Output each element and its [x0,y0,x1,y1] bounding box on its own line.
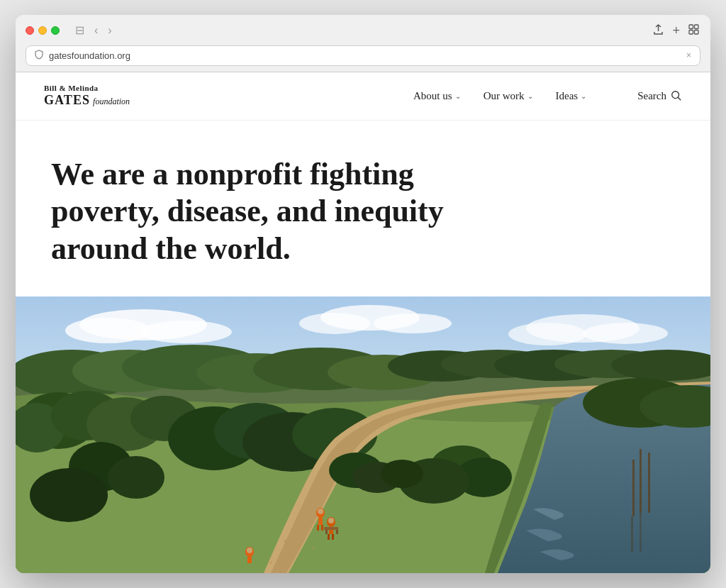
search-button[interactable]: Search [637,90,682,102]
website-content: Bill & Melinda Gates foundation About us… [16,72,710,573]
address-bar-row: gatesfoundation.org × [26,45,700,72]
ideas-chevron-icon: ⌄ [581,92,586,100]
svg-rect-1 [695,25,699,29]
svg-point-54 [328,518,334,523]
svg-rect-55 [324,527,338,530]
svg-point-44 [381,460,423,488]
maximize-button[interactable] [51,26,60,35]
svg-rect-69 [640,513,642,552]
svg-rect-47 [317,525,319,531]
svg-rect-65 [632,460,635,516]
back-button[interactable]: ‹ [91,23,101,38]
nav-links: About us ⌄ Our work ⌄ Ideas ⌄ [405,84,595,108]
svg-point-4 [672,91,679,99]
minimize-button[interactable] [38,26,47,35]
svg-line-5 [678,98,681,101]
nav-ourwork-label: Our work [484,90,525,102]
svg-point-64 [270,562,272,564]
close-button[interactable] [26,26,34,35]
svg-point-12 [374,314,452,333]
window-controls-right: + [652,22,700,40]
about-chevron-icon: ⌄ [455,92,461,100]
svg-rect-0 [689,25,693,29]
svg-rect-3 [695,30,699,35]
svg-point-71 [108,456,164,499]
nav-item-about[interactable]: About us ⌄ [405,84,469,108]
address-bar[interactable]: gatesfoundation.org × [26,45,700,66]
hero-text-area: We are a nonprofit fighting poverty, dis… [16,121,710,296]
svg-rect-2 [689,30,693,35]
svg-rect-67 [648,453,650,513]
svg-point-62 [313,548,315,550]
hero-image [16,296,710,573]
browser-window: ⊟ ‹ › + [16,15,710,573]
logo-bottom: Gates foundation [44,93,130,109]
nav-buttons: ⊟ ‹ › [72,23,115,38]
sidebar-toggle-button[interactable]: ⊟ [72,23,87,38]
svg-rect-66 [640,449,642,513]
browser-chrome: ⊟ ‹ › + [16,15,710,72]
site-navigation: Bill & Melinda Gates foundation About us… [16,72,710,121]
nav-item-ourwork[interactable]: Our work ⌄ [475,84,542,108]
svg-rect-46 [318,518,323,525]
hero-section: We are a nonprofit fighting poverty, dis… [16,121,710,573]
svg-rect-53 [332,534,334,540]
svg-rect-56 [325,530,328,534]
svg-point-8 [65,318,150,343]
svg-point-72 [30,468,108,522]
ourwork-chevron-icon: ⌄ [527,92,533,100]
svg-rect-68 [631,516,633,552]
logo-gates-text: Gates [44,93,90,109]
svg-point-14 [508,323,586,345]
logo[interactable]: Bill & Melinda Gates foundation [44,84,130,109]
share-button[interactable] [652,23,665,39]
nav-item-ideas[interactable]: Ideas ⌄ [547,84,596,108]
svg-point-61 [298,544,301,546]
search-icon [671,90,682,101]
svg-rect-48 [321,525,323,531]
svg-point-15 [583,323,668,344]
security-icon [35,50,43,62]
new-tab-button[interactable]: + [671,22,681,40]
svg-point-49 [318,509,323,514]
traffic-lights [26,26,60,35]
svg-point-9 [140,321,232,343]
forward-button[interactable]: › [105,23,114,38]
svg-point-60 [247,548,252,553]
logo-top-text: Bill & Melinda [44,84,130,93]
svg-point-11 [299,313,370,334]
svg-point-63 [284,540,286,543]
search-label: Search [637,90,666,102]
url-text: gatesfoundation.org [49,50,130,61]
svg-rect-52 [328,534,330,540]
tab-grid-button[interactable] [687,23,700,38]
svg-rect-59 [247,557,252,563]
tab-close-button[interactable]: × [686,50,691,60]
nav-ideas-label: Ideas [556,90,579,102]
hero-headline: We are a nonprofit fighting poverty, dis… [51,156,462,268]
nav-about-label: About us [413,90,452,102]
logo-foundation-text: foundation [93,96,130,106]
svg-rect-57 [336,530,338,534]
browser-controls: ⊟ ‹ › + [26,22,700,40]
landscape-svg [16,296,710,573]
